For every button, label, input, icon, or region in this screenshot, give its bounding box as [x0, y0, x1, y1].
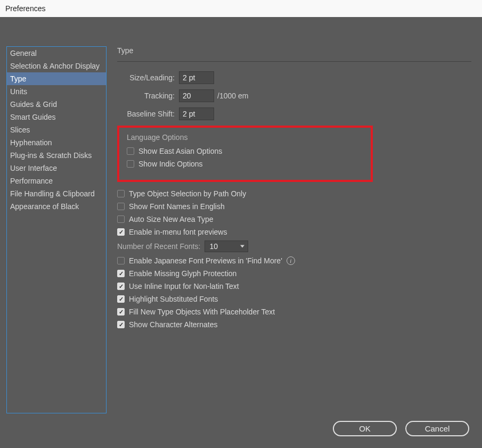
tracking-label: Tracking: [117, 92, 175, 100]
path-only-checkbox[interactable] [117, 190, 125, 197]
japanese-previews-row: Enable Japanese Font Previews in 'Find M… [117, 256, 471, 265]
path-only-label: Type Object Selection by Path Only [129, 189, 246, 198]
recent-fonts-row: Number of Recent Fonts: 10 [117, 240, 471, 252]
cancel-button[interactable]: Cancel [405, 421, 469, 436]
inmenu-previews-label: Enable in-menu font previews [129, 228, 227, 236]
show-indic-row: Show Indic Options [127, 160, 363, 168]
sidebar-item-performance[interactable]: Performance [7, 175, 106, 187]
font-names-english-row: Show Font Names in English [117, 202, 471, 211]
sidebar-item-selection-anchor[interactable]: Selection & Anchor Display [7, 60, 106, 72]
sidebar-item-guides-grid[interactable]: Guides & Grid [7, 98, 106, 111]
size-leading-input[interactable] [179, 71, 214, 84]
ok-button[interactable]: OK [333, 421, 397, 436]
auto-size-area-label: Auto Size New Area Type [129, 215, 214, 223]
preferences-sidebar: General Selection & Anchor Display Type … [6, 46, 107, 413]
size-leading-row: Size/Leading: [117, 71, 471, 84]
missing-glyph-label: Enable Missing Glyph Protection [129, 269, 236, 278]
sidebar-item-plugins-scratch[interactable]: Plug-ins & Scratch Disks [7, 149, 106, 162]
japanese-previews-checkbox[interactable] [117, 257, 125, 264]
show-indic-checkbox[interactable] [127, 160, 134, 168]
font-names-english-checkbox[interactable] [117, 203, 125, 210]
panel-title: Type [117, 46, 471, 55]
char-alternates-label: Show Character Alternates [129, 320, 218, 329]
sidebar-item-type[interactable]: Type [7, 72, 106, 85]
tracking-input[interactable] [179, 89, 214, 102]
sidebar-item-hyphenation[interactable]: Hyphenation [7, 136, 106, 149]
auto-size-area-checkbox[interactable] [117, 215, 125, 223]
size-leading-label: Size/Leading: [117, 73, 175, 82]
recent-fonts-label: Number of Recent Fonts: [117, 242, 200, 251]
show-east-asian-checkbox[interactable] [127, 147, 134, 155]
recent-fonts-value: 10 [209, 242, 218, 251]
path-only-row: Type Object Selection by Path Only [117, 189, 471, 198]
font-names-english-label: Show Font Names in English [129, 202, 225, 211]
recent-fonts-select[interactable]: 10 [205, 240, 248, 252]
highlight-sub-checkbox[interactable] [117, 295, 125, 303]
japanese-previews-label: Enable Japanese Font Previews in 'Find M… [129, 256, 282, 265]
sidebar-item-slices[interactable]: Slices [7, 123, 106, 136]
sidebar-item-appearance-black[interactable]: Appearance of Black [7, 200, 106, 213]
missing-glyph-row: Enable Missing Glyph Protection [117, 269, 471, 278]
inline-input-checkbox[interactable] [117, 283, 125, 290]
tracking-row: Tracking: /1000 em [117, 89, 471, 102]
inmenu-previews-row: Enable in-menu font previews [117, 228, 471, 236]
sidebar-item-user-interface[interactable]: User Interface [7, 162, 106, 175]
fill-placeholder-label: Fill New Type Objects With Placeholder T… [129, 308, 275, 316]
language-options-group: Language Options Show East Asian Options… [117, 126, 373, 182]
show-indic-label: Show Indic Options [138, 160, 203, 168]
sidebar-item-units[interactable]: Units [7, 85, 106, 98]
dialog-buttons: OK Cancel [333, 421, 469, 436]
char-alternates-checkbox[interactable] [117, 321, 125, 328]
missing-glyph-checkbox[interactable] [117, 270, 125, 277]
char-alternates-row: Show Character Alternates [117, 320, 471, 329]
show-east-asian-label: Show East Asian Options [138, 147, 222, 155]
inline-input-label: Use Inline Input for Non-latin Text [129, 282, 239, 291]
show-east-asian-row: Show East Asian Options [127, 147, 363, 155]
baseline-shift-row: Baseline Shift: [117, 107, 471, 120]
fill-placeholder-checkbox[interactable] [117, 308, 125, 316]
baseline-shift-input[interactable] [179, 107, 214, 120]
language-options-title: Language Options [127, 133, 363, 142]
fill-placeholder-row: Fill New Type Objects With Placeholder T… [117, 308, 471, 316]
highlight-sub-row: Highlight Substituted Fonts [117, 295, 471, 303]
sidebar-item-smart-guides[interactable]: Smart Guides [7, 111, 106, 123]
tracking-unit: /1000 em [217, 92, 248, 100]
inmenu-previews-checkbox[interactable] [117, 228, 125, 236]
preferences-panel: Type Size/Leading: Tracking: /1000 em Ba… [117, 46, 471, 333]
window-title: Preferences [0, 0, 482, 17]
sidebar-item-file-handling[interactable]: File Handling & Clipboard [7, 187, 106, 200]
panel-divider [117, 61, 471, 62]
inline-input-row: Use Inline Input for Non-latin Text [117, 282, 471, 291]
baseline-shift-label: Baseline Shift: [117, 110, 175, 118]
auto-size-area-row: Auto Size New Area Type [117, 215, 471, 223]
preferences-dialog: General Selection & Anchor Display Type … [0, 17, 482, 448]
highlight-sub-label: Highlight Substituted Fonts [129, 295, 218, 303]
info-icon[interactable]: i [287, 256, 295, 265]
sidebar-item-general[interactable]: General [7, 47, 106, 60]
